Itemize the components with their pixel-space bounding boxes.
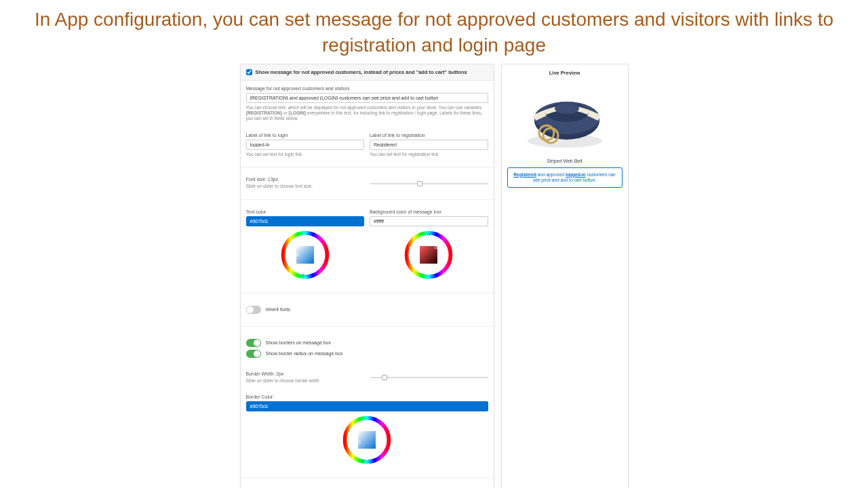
message-helper-var2: {LOGIN} [289,110,307,115]
border-width-section: Border Width: 2px Slide on slider to cho… [241,366,494,389]
inherit-fonts-label: Inherit fonts [266,307,291,312]
show-borders-label: Show borders on message box [266,340,332,345]
preview-product-image [507,80,623,155]
fontsize-helper: Slide on slider to choose font size. [246,184,364,189]
inherit-fonts-toggle[interactable] [246,306,261,314]
textcolor-value-chip[interactable]: #0070d1 [246,216,365,226]
border-width-helper: Slide on slider to choose border width [246,378,364,384]
bgcolor-picker[interactable] [370,226,488,283]
message-section: Message for not approved customers and v… [241,81,494,127]
main-container: Show message for not approved customers,… [0,64,868,488]
border-color-section: Border Color: #0070d1 [241,389,494,474]
message-input[interactable] [246,93,488,103]
border-toggles-section: Show borders on message box Show border … [241,331,494,366]
colors-section: Text color #0070d1 [241,204,494,289]
border-width-label: Border Width: 2px [246,371,364,376]
login-label: Label of link to login [246,133,365,138]
page-title: In App configuration, you can set messag… [0,0,868,64]
show-borders-toggle[interactable] [246,339,261,347]
settings-panel: Show message for not approved customers,… [240,64,494,488]
fontsize-slider-thumb[interactable] [417,181,422,186]
divider [241,293,494,293]
divider [241,167,494,167]
link-labels-section: Label of link to login You can set text … [241,127,494,163]
bgcolor-label: Background color of message box [370,209,488,214]
fontsize-section: Font size: 13px Slide on slider to choos… [241,171,494,195]
preview-reg-link[interactable]: Registered [513,172,536,177]
message-helper-mid: or [282,110,288,115]
border-color-picker[interactable] [246,411,488,468]
show-message-label: Show message for not approved customers,… [256,69,467,75]
message-helper: You can choose text, which will be displ… [246,105,488,122]
header-row: Show message for not approved customers,… [241,64,494,81]
return-section: Return to previous page after registrati… [241,483,494,488]
show-message-checkbox[interactable] [246,69,252,75]
svg-point-16 [555,103,579,114]
fontsize-label: Font size: 13px [246,177,364,182]
preview-message-box: Registered and approved logged-in custom… [507,167,623,188]
svg-rect-9 [358,431,376,449]
svg-rect-1 [296,246,314,264]
border-color-chip[interactable]: #0070d1 [246,401,488,411]
textcolor-picker[interactable] [246,226,365,283]
login-link-input[interactable] [246,140,365,150]
border-color-label: Border Color: [246,394,488,399]
border-width-slider[interactable] [370,377,488,378]
show-radius-label: Show border radius on message box [266,351,343,356]
registration-link-input[interactable] [370,140,488,150]
divider [241,199,494,200]
border-width-slider-thumb[interactable] [382,375,387,380]
divider [241,478,494,479]
registration-helper: You can set text for registration link. [370,152,488,157]
textcolor-label: Text color [246,209,365,214]
preview-title: Live Preview [507,70,623,76]
bgcolor-value-chip[interactable]: #ffffff [370,216,488,226]
registration-label: Label of link to registration [370,133,488,138]
preview-login-link[interactable]: logged-in [566,172,585,177]
preview-panel: Live Preview Striped Web Belt Registered… [501,64,629,488]
svg-rect-5 [420,246,437,264]
divider [241,326,494,327]
preview-msg-mid: and approved [536,172,566,177]
message-helper-var1: {REGISTRATION} [246,110,283,115]
message-label: Message for not approved customers and v… [246,86,488,91]
preview-product-name: Striped Web Belt [507,159,623,163]
toggles-section: Inherit fonts [241,298,494,322]
login-helper: You can set text for login link. [246,152,365,157]
message-helper-prefix: You can choose text, which will be displ… [246,105,482,110]
show-radius-toggle[interactable] [246,350,261,358]
fontsize-slider[interactable] [370,183,488,184]
